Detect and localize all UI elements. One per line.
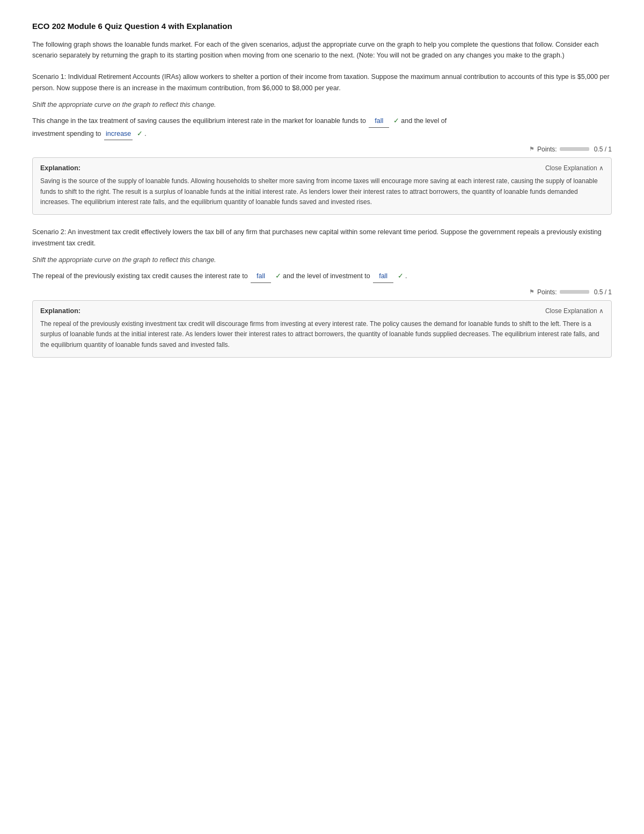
scenario-2-points-bar [560, 290, 591, 294]
scenario-1-answer-before2: investment spending to [32, 130, 101, 137]
scenario-2-explanation-header: Explanation: Close Explanation ∧ [40, 307, 604, 315]
scenario-2-answer2[interactable]: fall [373, 271, 393, 282]
scenario-1-answer2[interactable]: increase [104, 128, 133, 140]
scenario-2-points-value: 0.5 / 1 [594, 288, 612, 296]
scenario-1-points-value: 0.5 / 1 [594, 146, 612, 153]
scenario-2-shift-instruction: Shift the appropriate curve on the graph… [32, 256, 612, 264]
scenario-2-answer-after1: and the level of investment to [283, 272, 370, 280]
scenario-1-body: Individual Retirement Accounts (IRAs) al… [32, 73, 610, 92]
scenario-1-bar-bg [560, 147, 589, 151]
scenario-1-points-bar [560, 147, 591, 151]
scenario-1-check2: ✓ [137, 129, 143, 137]
scenario-2-explanation-label: Explanation: [40, 307, 80, 315]
scenario-1-explanation-box: Explanation: Close Explanation ∧ Saving … [32, 157, 612, 215]
scenario-2-body: An investment tax credit effectively low… [32, 228, 602, 247]
scenario-1-explanation-header: Explanation: Close Explanation ∧ [40, 164, 604, 172]
page-title: ECO 202 Module 6 Quiz Question 4 with Ex… [32, 21, 612, 31]
scenario-2-explanation-box: Explanation: Close Explanation ∧ The rep… [32, 300, 612, 358]
scenario-1-points-label: Points: [537, 146, 557, 153]
scenario-1-explanation-label: Explanation: [40, 164, 80, 172]
scenario-2-block: Scenario 2: An investment tax credit eff… [32, 227, 612, 358]
scenario-1-block: Scenario 1: Individual Retirement Accoun… [32, 71, 612, 215]
scenario-2-answer-line: The repeal of the previously existing ta… [32, 270, 612, 282]
scenario-1-label: Scenario 1: [32, 73, 66, 81]
scenario-1-points-row: ⚑ Points: 0.5 / 1 [32, 146, 612, 153]
intro-paragraph: The following graph shows the loanable f… [32, 39, 612, 61]
scenario-1-shift-instruction: Shift the appropriate curve on the graph… [32, 101, 612, 108]
scenario-1-explanation-body: Saving is the source of the supply of lo… [40, 176, 604, 208]
scenario-1-answer-before1: This change in the tax treatment of savi… [32, 117, 366, 125]
scenario-2-answer-before1: The repeal of the previously existing ta… [32, 272, 248, 280]
scenario-2-text: Scenario 2: An investment tax credit eff… [32, 227, 612, 249]
scenario-2-points-label: Points: [537, 288, 557, 296]
scenario-2-close-explanation[interactable]: Close Explanation ∧ [545, 307, 604, 315]
scenario-2-bar-bg [560, 290, 589, 294]
scenario-1-close-explanation[interactable]: Close Explanation ∧ [545, 164, 604, 172]
scenario-1-answer1[interactable]: fall [369, 115, 389, 127]
scenario-2-explanation-body: The repeal of the previously existing in… [40, 319, 604, 351]
points-icon-2: ⚑ [529, 288, 535, 295]
scenario-1-answer-line: This change in the tax treatment of savi… [32, 115, 612, 140]
scenario-2-answer1[interactable]: fall [251, 271, 271, 282]
scenario-2-check1: ✓ [275, 272, 281, 280]
scenario-1-check1: ✓ [393, 117, 399, 125]
scenario-1-text: Scenario 1: Individual Retirement Accoun… [32, 71, 612, 93]
scenario-2-check2: ✓ [398, 272, 404, 280]
scenario-2-points-row: ⚑ Points: 0.5 / 1 [32, 288, 612, 296]
scenario-2-label: Scenario 2: [32, 228, 66, 236]
points-icon-1: ⚑ [529, 146, 535, 153]
scenario-1-answer-after1: and the level of [401, 117, 447, 125]
